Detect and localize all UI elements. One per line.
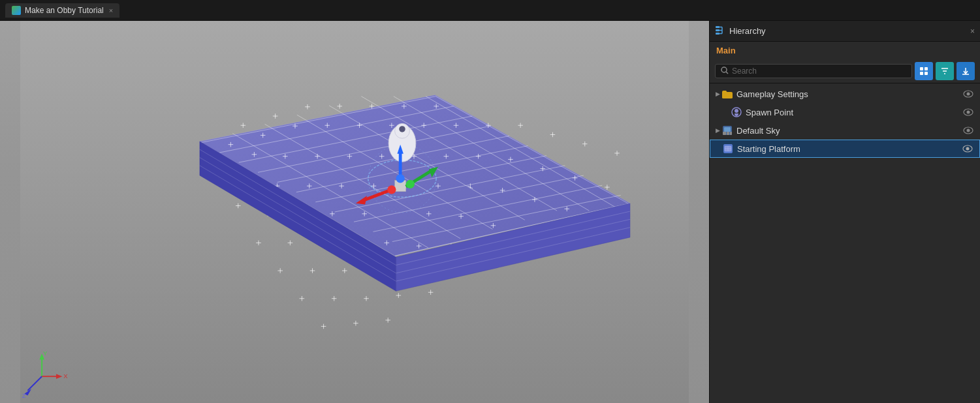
gameplay-settings-label: Gameplay Settings <box>736 89 962 99</box>
search-icon <box>721 67 729 76</box>
svg-rect-225 <box>920 67 923 70</box>
svg-text:X: X <box>63 372 68 380</box>
panel-header: Hierarchy × <box>710 21 980 42</box>
svg-text:Z: Z <box>22 392 26 399</box>
platform-icon <box>722 143 734 155</box>
svg-point-206 <box>387 185 396 194</box>
make-obby-tab[interactable]: Make an Obby Tutorial × <box>5 3 119 18</box>
expand-gameplay-settings[interactable]: ▶ <box>714 90 721 98</box>
export-button[interactable] <box>956 62 975 80</box>
hierarchy-icon <box>715 25 725 37</box>
main-content: Y X Z Hierarchy × <box>0 21 980 403</box>
tab-close-button[interactable]: × <box>109 7 113 14</box>
folder-icon <box>721 88 733 100</box>
tree-item-gameplay-settings[interactable]: ▶ Gameplay Settings <box>710 85 980 103</box>
spawn-point-label: Spawn Point <box>746 108 962 117</box>
svg-rect-218 <box>716 33 719 35</box>
expand-default-sky[interactable]: ▶ <box>714 127 721 134</box>
svg-point-237 <box>735 109 738 113</box>
tree-item-spawn-point[interactable]: ▶ Spawn Point <box>710 103 980 121</box>
svg-point-223 <box>721 67 727 72</box>
viewport[interactable]: Y X Z <box>0 21 709 403</box>
hierarchy-panel: Hierarchy × Main <box>709 21 980 403</box>
svg-point-203 <box>406 180 415 188</box>
panel-close-button[interactable]: × <box>970 27 975 36</box>
sky-icon <box>721 125 733 136</box>
svg-point-246 <box>967 129 970 132</box>
tree-item-starting-platform[interactable]: ▶ Starting Platform <box>710 140 980 158</box>
eye-icon-default-sky[interactable] <box>962 124 975 137</box>
default-sky-label: Default Sky <box>736 126 962 136</box>
filter-button[interactable] <box>936 62 954 80</box>
spawn-point-icon <box>731 106 742 118</box>
tree-item-default-sky[interactable]: ▶ Default Sky <box>710 121 980 140</box>
svg-rect-227 <box>920 72 923 75</box>
svg-rect-243 <box>727 132 729 135</box>
tab-icon <box>12 6 21 15</box>
search-row <box>710 59 980 83</box>
search-input[interactable] <box>732 67 906 76</box>
svg-rect-216 <box>716 26 719 28</box>
eye-icon-gameplay-settings[interactable] <box>962 87 975 100</box>
svg-point-200 <box>396 174 405 183</box>
panel-body: Main <box>710 42 980 403</box>
eye-icon-starting-platform[interactable] <box>961 142 974 155</box>
section-label: Main <box>710 42 980 59</box>
svg-rect-244 <box>730 132 732 135</box>
tab-label: Make an Obby Tutorial <box>25 6 104 15</box>
svg-text:Y: Y <box>43 350 48 357</box>
scene-svg: Y X Z <box>0 21 709 403</box>
svg-line-224 <box>726 72 728 74</box>
svg-rect-242 <box>723 132 726 135</box>
viewport-canvas: Y X Z <box>0 21 709 403</box>
tree-list: ▶ Gameplay Settings <box>710 83 980 403</box>
tab-bar: Make an Obby Tutorial × <box>0 0 980 21</box>
svg-point-235 <box>967 93 970 96</box>
svg-rect-228 <box>925 72 928 75</box>
search-wrapper[interactable] <box>715 64 912 78</box>
svg-rect-241 <box>724 127 731 132</box>
panel-title: Hierarchy <box>729 26 966 36</box>
svg-point-252 <box>966 147 970 151</box>
svg-point-196 <box>399 126 405 132</box>
svg-point-239 <box>967 111 970 114</box>
svg-rect-217 <box>716 29 719 31</box>
starting-platform-label: Starting Platform <box>737 144 961 154</box>
svg-rect-226 <box>925 67 928 70</box>
insert-object-button[interactable] <box>915 62 933 80</box>
eye-icon-spawn-point[interactable] <box>962 106 975 119</box>
